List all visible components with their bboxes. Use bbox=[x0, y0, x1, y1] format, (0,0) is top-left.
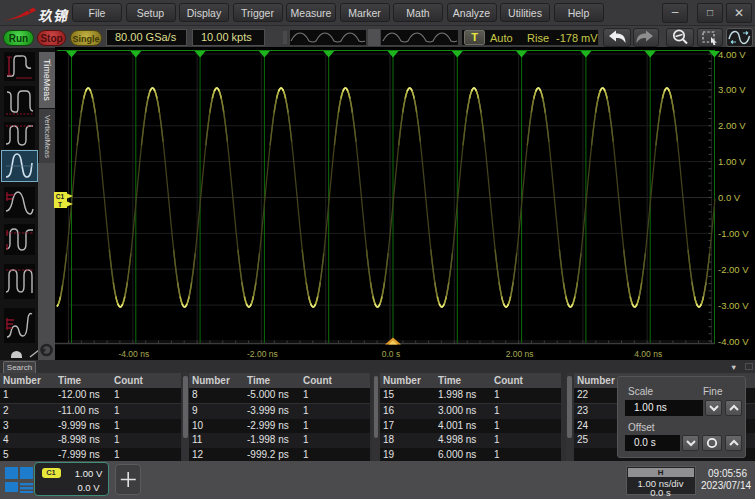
svg-text:3.00 V: 3.00 V bbox=[718, 84, 746, 95]
svg-text:2.00 ns: 2.00 ns bbox=[506, 349, 534, 359]
svg-text:-4.00 ns: -4.00 ns bbox=[118, 349, 149, 359]
svg-text:-2.00 ns: -2.00 ns bbox=[247, 349, 278, 359]
svg-text:C1: C1 bbox=[56, 193, 65, 200]
svg-text:4.00 V: 4.00 V bbox=[718, 49, 746, 60]
svg-text:T: T bbox=[58, 201, 62, 208]
svg-text:-3.00 V: -3.00 V bbox=[718, 300, 749, 311]
svg-text:0.0 s: 0.0 s bbox=[382, 349, 400, 359]
svg-text:-1.00 V: -1.00 V bbox=[718, 228, 749, 239]
svg-text:-4.00 V: -4.00 V bbox=[718, 336, 749, 347]
svg-text:0.0 V: 0.0 V bbox=[718, 192, 741, 203]
svg-text:2.00 V: 2.00 V bbox=[718, 120, 746, 131]
svg-text:4.00 ns: 4.00 ns bbox=[634, 349, 662, 359]
svg-text:1.00 V: 1.00 V bbox=[718, 156, 746, 167]
svg-text:-2.00 V: -2.00 V bbox=[718, 264, 749, 275]
